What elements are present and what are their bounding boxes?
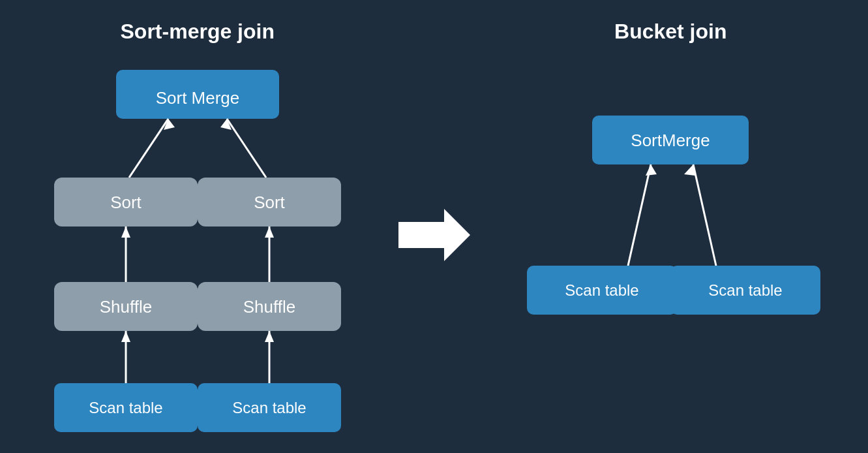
sort-merge-bucket-label: SortMerge bbox=[631, 131, 710, 150]
right-diagram-svg: SortMerge Scan table Scan table bbox=[501, 63, 840, 442]
right-title: Bucket join bbox=[614, 20, 726, 44]
shuffle-right-label: Shuffle bbox=[243, 297, 295, 317]
scan-left-label: Scan table bbox=[89, 399, 162, 416]
left-title: Sort-merge join bbox=[121, 20, 275, 44]
middle-arrow-svg bbox=[398, 209, 470, 261]
svg-line-1 bbox=[129, 119, 168, 178]
sort-right-label: Sort bbox=[254, 193, 285, 212]
svg-marker-19 bbox=[398, 209, 470, 261]
arrow-container bbox=[395, 209, 473, 261]
svg-line-21 bbox=[628, 164, 651, 266]
svg-line-2 bbox=[227, 119, 266, 178]
scan-right-label: Scan table bbox=[232, 399, 306, 416]
svg-marker-14 bbox=[121, 331, 130, 342]
svg-marker-23 bbox=[646, 164, 657, 176]
sort-merge-label: Sort Merge bbox=[155, 88, 239, 108]
svg-marker-16 bbox=[265, 331, 274, 342]
scan-bucket-left-label: Scan table bbox=[565, 281, 639, 299]
diagram-container: Sort-merge join Sort Merge Sort Sort bbox=[0, 0, 868, 453]
left-diagram: Sort-merge join Sort Merge Sort Sort bbox=[0, 0, 395, 442]
svg-line-22 bbox=[693, 164, 716, 266]
sort-left-label: Sort bbox=[110, 193, 142, 212]
scan-bucket-right-label: Scan table bbox=[709, 281, 783, 299]
svg-marker-8 bbox=[121, 226, 130, 238]
left-diagram-svg: Sort Merge Sort Sort Shuffle bbox=[8, 63, 387, 442]
svg-marker-24 bbox=[684, 164, 695, 176]
svg-marker-10 bbox=[265, 226, 274, 238]
shuffle-left-label: Shuffle bbox=[100, 297, 152, 317]
right-diagram: Bucket join SortMerge Scan table Scan ta… bbox=[473, 0, 869, 442]
